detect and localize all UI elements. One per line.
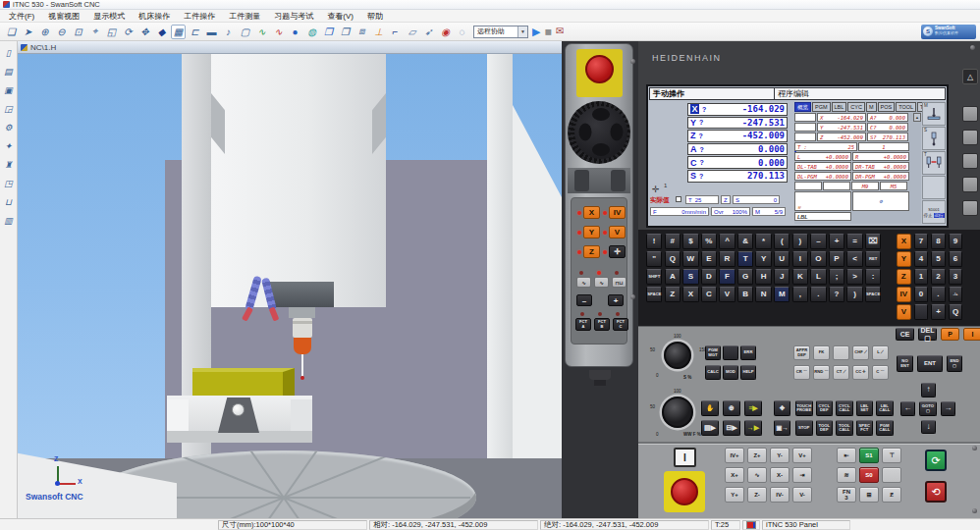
status-tab[interactable]: POS (878, 102, 896, 112)
status-tab[interactable]: TOOL (896, 102, 916, 112)
menu-item[interactable]: 视窗视图 (41, 10, 86, 23)
keyboard-key[interactable]: SPACE (865, 287, 881, 302)
clamp-icon[interactable]: ⊏ (188, 25, 202, 39)
pendant-emergency-stop-button[interactable] (585, 55, 614, 83)
status-tab[interactable]: CYC (847, 102, 865, 112)
rapid-key[interactable]: ∿ (747, 467, 767, 483)
keyboard-key[interactable]: * (755, 234, 771, 249)
function-key[interactable]: CALC (705, 365, 721, 380)
function-key[interactable] (723, 345, 738, 360)
iso-cube-icon[interactable]: ❒ (321, 25, 336, 39)
keyboard-key[interactable]: & (737, 234, 753, 249)
keyboard-key[interactable]: , (792, 287, 808, 302)
menu-item[interactable]: 工件操作 (177, 10, 222, 23)
path-function-key[interactable]: FK (813, 345, 830, 360)
numpad-key[interactable]: 2 (931, 269, 946, 285)
tool-change-key[interactable]: ⊞ (859, 487, 879, 503)
function-key[interactable]: ERR (740, 345, 756, 360)
keyboard-key[interactable]: W (682, 251, 698, 267)
keyboard-key[interactable]: G (737, 269, 753, 285)
p-key[interactable]: P (941, 328, 959, 341)
keyboard-key[interactable]: " (646, 251, 662, 267)
keyboard-key[interactable]: M (774, 287, 789, 302)
scroll-up-icon[interactable]: ▲ (913, 113, 921, 122)
keyboard-key[interactable]: ? (829, 287, 844, 302)
keyboard-key[interactable]: I (792, 251, 808, 267)
keyboard-key[interactable]: SPACE (646, 287, 662, 302)
program-run-mode-key[interactable]: ⊟▶ (723, 420, 740, 436)
keyboard-key[interactable]: ! (646, 234, 662, 249)
numpad-key[interactable]: 4 (914, 251, 929, 267)
handwheel-dial[interactable] (568, 101, 630, 164)
pendant-axis-key[interactable]: V (603, 226, 626, 238)
numpad-key[interactable]: 9 (949, 234, 963, 249)
keyboard-key[interactable]: + (829, 234, 844, 249)
keyboard-key[interactable]: J (774, 269, 789, 285)
measure-icon[interactable]: ▥ (2, 214, 16, 227)
feed-slow-key[interactable]: ∿ (576, 277, 591, 288)
zoom-in-icon[interactable]: ⊕ (37, 25, 52, 39)
z-lock-key[interactable]: Ƶ (882, 487, 901, 503)
end-key[interactable]: END ▢ (947, 355, 962, 372)
i-key[interactable]: I (963, 328, 980, 341)
keyboard-key[interactable]: ) (846, 287, 862, 302)
path-function-key[interactable]: CT ⟋ (833, 365, 849, 380)
cycle-key[interactable]: STOP (795, 420, 813, 436)
ce-key[interactable]: CE (896, 328, 914, 341)
split-screen-key[interactable]: ✥ (774, 400, 790, 416)
menu-item[interactable]: 工件测量 (222, 10, 267, 23)
zoom-out-icon[interactable]: ⊖ (54, 25, 69, 39)
path-function-key[interactable]: CC ✛ (852, 365, 869, 380)
function-key[interactable]: PGM MGT (705, 345, 721, 360)
sound-icon[interactable]: ♪ (221, 25, 236, 39)
menu-item[interactable]: 习题与考试 (267, 10, 320, 23)
menu-item[interactable]: 机床操作 (132, 10, 177, 23)
arrow-up-key[interactable]: ↑ (921, 383, 936, 398)
tool-manager-icon[interactable]: ✦ (2, 139, 16, 152)
fn3-key[interactable]: FN 3 (837, 487, 856, 503)
keyboard-key[interactable]: F (719, 269, 735, 285)
aux-key[interactable] (882, 467, 901, 483)
pendant-fct-key[interactable]: FCT A (575, 318, 591, 331)
cycle-key[interactable]: LBL SET (856, 400, 874, 416)
auto-mode-key[interactable]: →▶ (744, 420, 762, 436)
stop-button[interactable]: ◼ (544, 27, 551, 36)
remote-pointer-icon[interactable]: ➶ (421, 25, 436, 39)
pendant-axis-key[interactable]: X (577, 206, 600, 219)
jog-key[interactable]: X+ (725, 467, 744, 483)
feed-fast-key[interactable]: ⊓⊔ (612, 277, 626, 288)
pendant-axis-key[interactable]: Y (577, 226, 600, 238)
worktable-icon[interactable]: ▬ (204, 25, 219, 39)
numpad-key[interactable]: 7 (914, 234, 929, 249)
zoom-window-icon[interactable]: ⊡ (71, 25, 85, 39)
path-function-key[interactable]: APPR DEP (793, 345, 810, 360)
keyboard-key[interactable]: D (701, 269, 717, 285)
menu-item[interactable]: 文件(F) (2, 10, 41, 23)
zoom-image-icon[interactable]: ◱ (104, 25, 119, 39)
numpad-key[interactable]: 0 (914, 287, 929, 302)
function-key[interactable]: HELP (740, 365, 756, 380)
save-file-icon[interactable]: ▣ (2, 83, 16, 96)
menu-item[interactable]: 帮助 (360, 10, 390, 23)
sphere-wire-icon[interactable]: ◍ (304, 25, 319, 39)
goto-key[interactable]: GOTO ▢ (919, 401, 937, 416)
spindle-stop-key[interactable]: S0 (859, 467, 879, 483)
keyboard-key[interactable]: = (846, 234, 862, 249)
cycle-key[interactable]: CYCL DEF (816, 400, 834, 416)
jog-key[interactable]: Z- (747, 487, 767, 503)
play-button[interactable]: ▶ (532, 26, 540, 37)
keyboard-key[interactable]: RET (865, 251, 881, 267)
numpad-key[interactable]: + (931, 304, 946, 320)
screen-switch-key[interactable]: ▣→ (774, 420, 790, 436)
nc-start-button[interactable]: ⟳ (925, 450, 947, 471)
settings-icon[interactable]: ⚙ (2, 121, 16, 133)
status-tab[interactable]: 概览 (794, 102, 811, 112)
pendant-fct-key[interactable]: FCT B (594, 318, 610, 331)
numpad-key[interactable]: X (897, 234, 911, 249)
view-2d-icon[interactable]: ▱ (405, 25, 419, 39)
recenter-view-icon[interactable]: ◆ (154, 25, 169, 39)
pendant-minus-key[interactable]: – (576, 294, 592, 306)
keyboard-key[interactable]: X (682, 287, 698, 302)
view-manager-icon[interactable]: ❏ (4, 25, 19, 39)
path-function-key[interactable]: CHF ⟋ (852, 345, 869, 360)
